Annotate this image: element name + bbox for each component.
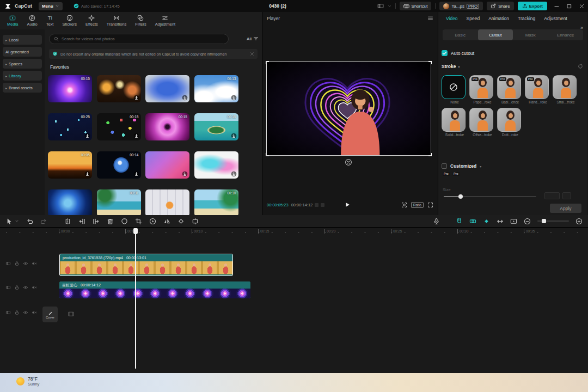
selection-handle[interactable] [266, 61, 269, 64]
download-icon[interactable] [231, 133, 237, 139]
filter-all-button[interactable]: All [247, 36, 259, 41]
video-preview[interactable] [266, 62, 431, 156]
eye-icon[interactable] [23, 285, 28, 290]
size-slider[interactable] [444, 196, 536, 197]
ratio-button[interactable]: Ratio [411, 202, 424, 208]
subtab-enhance[interactable]: Enhance [548, 29, 584, 40]
cover-button[interactable]: Cover [42, 307, 58, 322]
player-menu-icon[interactable] [427, 15, 433, 21]
tab-effects[interactable]: Effects [82, 13, 102, 29]
media-thumb-blue-smoke[interactable] [145, 75, 189, 102]
lock-icon[interactable] [14, 310, 20, 315]
media-thumb-night-particles[interactable]: 00:25 [48, 113, 92, 140]
timeline-clip-video[interactable]: production_id_3761538 (720p).mp4 00:00:1… [59, 254, 233, 276]
apply-button[interactable]: Apply [550, 204, 581, 213]
tab-filters[interactable]: Filters [131, 13, 150, 29]
media-thumb-keyboard-hand[interactable] [145, 189, 189, 215]
split-icon[interactable] [64, 218, 71, 225]
download-icon[interactable] [231, 95, 237, 101]
share-button[interactable]: Share [487, 2, 513, 10]
menu-button[interactable]: Menu [39, 2, 63, 10]
eye-icon[interactable] [23, 310, 28, 315]
timeline[interactable]: 00:0000:0500:1000:1500:2000:2500:3000:35… [0, 228, 588, 373]
playhead[interactable] [135, 228, 136, 369]
auto-keyframe-toggle-icon[interactable] [483, 218, 490, 225]
tab-audio[interactable]: Audio [23, 13, 41, 29]
mirror-icon[interactable] [163, 218, 170, 225]
stroke-option-hand-roke[interactable]: ProHand...roke [525, 75, 553, 104]
chevron-down-icon[interactable] [388, 4, 391, 8]
media-thumb-color-stars[interactable]: 00:15 [97, 113, 141, 140]
stroke-option-basi-ence[interactable]: ProBasi...ence [497, 75, 525, 104]
stroke-option-solid-troke[interactable]: Solid...troke [442, 108, 469, 137]
media-thumb-palm-beach[interactable]: 00:31 [97, 189, 141, 215]
zoom-in-icon[interactable] [575, 218, 583, 225]
eye-icon[interactable] [23, 261, 28, 266]
zoom-out-icon[interactable] [524, 218, 531, 225]
timeline-ruler[interactable]: 00:0000:0500:1000:1500:2000:2500:3000:35 [0, 228, 588, 236]
timeline-clip-background[interactable]: 霓虹爱心 00:00:14:12 [59, 281, 250, 298]
search-input[interactable]: Search for videos and photos [49, 34, 229, 44]
chevron-down-icon[interactable] [15, 219, 19, 223]
cover-frame-icon[interactable] [68, 310, 75, 317]
media-thumb-island[interactable]: 00:15 [194, 113, 238, 140]
preview-axis-icon[interactable] [510, 218, 517, 225]
close-icon[interactable] [250, 52, 254, 56]
media-thumb-city-bokeh[interactable] [97, 75, 141, 102]
mute-icon[interactable] [32, 310, 37, 315]
zoom-slider-knob[interactable] [542, 219, 546, 223]
selection-handle[interactable] [428, 61, 432, 64]
stroke-option-none[interactable]: None [442, 75, 469, 104]
inspector-tab-tracking[interactable]: Tracking [518, 16, 535, 21]
select-tool-icon[interactable] [5, 218, 13, 225]
freeze-icon[interactable] [177, 218, 185, 225]
deselect-button[interactable] [345, 158, 352, 166]
adapt-timeline-icon[interactable] [497, 218, 504, 225]
delete-icon[interactable] [107, 218, 114, 225]
tab-transitions[interactable]: Transitions [103, 13, 130, 29]
reframe-icon[interactable] [192, 218, 199, 225]
shortcut-button[interactable]: Shortcut [400, 2, 432, 10]
subtab-cutout[interactable]: Cutout [478, 29, 513, 40]
close-button[interactable] [579, 3, 585, 9]
customized-checkbox[interactable]: Customized ▾ [442, 163, 481, 169]
media-thumb-blue-heart[interactable] [48, 189, 92, 215]
linked-preview-toggle-icon[interactable] [469, 218, 476, 225]
download-icon[interactable] [231, 171, 237, 177]
stroke-option-dott-roke[interactable]: Dott...roke [497, 108, 525, 137]
tab-stickers[interactable]: Stickers [58, 13, 81, 29]
stroke-option-pape-roke[interactable]: ProPape...roke [469, 75, 497, 104]
download-icon[interactable] [84, 171, 90, 177]
delete-left-icon[interactable] [78, 218, 85, 225]
download-icon[interactable] [84, 133, 90, 139]
subtab-basic[interactable]: Basic [443, 29, 478, 40]
sidebar-item-library[interactable]: ▸Library [3, 71, 42, 81]
weather-widget[interactable]: 78°F Sunny [16, 376, 39, 387]
record-voiceover-icon[interactable] [433, 218, 440, 225]
sidebar-item-brand-assets[interactable]: ▸Brand assets [3, 83, 42, 93]
inspector-tab-speed[interactable]: Speed [467, 16, 480, 21]
sidebar-item-ai-generated[interactable]: AI generated [3, 47, 42, 57]
slider-knob[interactable] [458, 194, 463, 199]
collapse-caret-icon[interactable]: ▾ [458, 65, 460, 69]
frame-step-button[interactable] [321, 203, 324, 207]
tab-text[interactable]: TIText [42, 13, 58, 29]
download-icon[interactable] [133, 95, 139, 101]
inspector-tab-adjustment[interactable]: Adjustment [544, 16, 567, 21]
fullscreen-icon[interactable] [427, 202, 433, 208]
frame-step-button[interactable] [315, 203, 318, 207]
mute-icon[interactable] [32, 285, 37, 290]
speed-icon[interactable] [149, 218, 156, 225]
undo-icon[interactable] [26, 218, 33, 225]
sidebar-item-local[interactable]: ▸Local [3, 35, 42, 45]
selection-handle[interactable] [428, 153, 432, 156]
export-button[interactable]: Export [518, 2, 547, 10]
subtab-mask[interactable]: Mask [513, 29, 548, 40]
crop-icon[interactable] [135, 218, 142, 225]
preview-quality-icon[interactable] [401, 202, 407, 208]
selection-handle[interactable] [266, 153, 269, 156]
minimize-button[interactable] [554, 3, 560, 9]
stroke-option-offse-troke[interactable]: Offse...troke [469, 108, 497, 137]
media-thumb-sky-clouds[interactable]: 00:13 [194, 75, 238, 102]
media-thumb-beach-palms[interactable]: 00:10 [194, 189, 238, 215]
